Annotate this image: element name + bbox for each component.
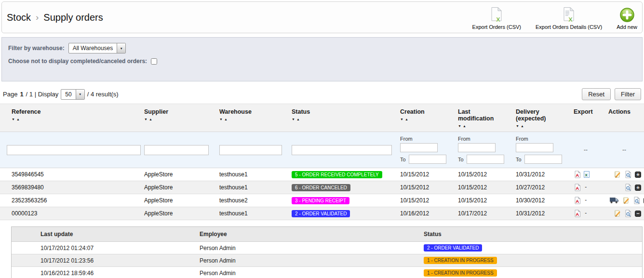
breadcrumb-section[interactable]: Stock bbox=[7, 12, 31, 23]
column-header-employee: Employee bbox=[200, 227, 424, 242]
table-row[interactable]: 3569839480 AppleStore testhouse1 6 - ORD… bbox=[0, 181, 644, 194]
receive-truck-icon[interactable] bbox=[610, 197, 619, 204]
page-total-text: / 1 | Display bbox=[26, 91, 59, 98]
page-size-select[interactable]: 50 ▼ bbox=[61, 89, 84, 100]
creation-to-input[interactable] bbox=[409, 155, 446, 164]
add-new-label: Add new bbox=[617, 24, 637, 30]
employee-cell: Person Admin bbox=[200, 267, 424, 278]
last-modification-to-input[interactable] bbox=[467, 155, 504, 164]
last-modification-date-filter: From To bbox=[458, 136, 505, 164]
column-header-warehouse: Warehouse ▼▲ bbox=[213, 104, 285, 132]
edit-icon[interactable] bbox=[622, 197, 630, 204]
sort-icons[interactable]: ▼▲ bbox=[516, 124, 525, 128]
table-filter-row: From To From To From bbox=[0, 132, 644, 168]
sort-icons[interactable]: ▼▲ bbox=[292, 118, 301, 121]
table-row[interactable]: 23523563256 AppleStore testhouse2 3 - PE… bbox=[0, 194, 644, 207]
no-excel-export-dash: - bbox=[585, 184, 587, 190]
no-excel-export-dash: - bbox=[585, 197, 587, 203]
sort-asc-icon: ▲ bbox=[521, 124, 525, 128]
sort-asc-icon: ▲ bbox=[296, 118, 301, 121]
sort-icons[interactable]: ▼▲ bbox=[144, 118, 154, 121]
column-header-creation: Creation ▼▲ bbox=[393, 104, 451, 132]
breadcrumb: Stock › Supply orders bbox=[7, 12, 103, 23]
sort-desc-icon: ▼ bbox=[144, 118, 149, 121]
reference-filter-input[interactable] bbox=[7, 145, 141, 155]
creation-date-filter: From To bbox=[400, 136, 447, 164]
status-filter-input[interactable] bbox=[292, 145, 392, 155]
delivery-from-input[interactable] bbox=[516, 143, 553, 152]
hide-completed-checkbox[interactable] bbox=[151, 58, 157, 65]
last-update-cell: 10/17/2012 01:23:56 bbox=[12, 254, 200, 267]
column-header-delivery: Delivery (expected) ▼▲ bbox=[509, 104, 567, 132]
warehouse-cell: testhouse1 bbox=[213, 168, 285, 181]
filter-button[interactable]: Filter bbox=[615, 88, 641, 100]
last-modification-from-input[interactable] bbox=[458, 143, 496, 152]
reset-button[interactable]: Reset bbox=[582, 88, 611, 100]
last-modification-cell: 10/17/2012 bbox=[451, 207, 509, 220]
warehouse-filter-input[interactable] bbox=[219, 145, 282, 155]
sort-icons[interactable]: ▼▲ bbox=[12, 118, 21, 121]
to-label: To bbox=[516, 157, 522, 162]
sort-desc-icon: ▼ bbox=[292, 118, 296, 121]
warehouse-cell: testhouse1 bbox=[213, 181, 285, 194]
view-details-icon[interactable] bbox=[624, 171, 632, 178]
creation-from-input[interactable] bbox=[400, 143, 438, 152]
sort-asc-icon: ▲ bbox=[463, 124, 468, 128]
export-orders-csv-label: Export Orders (CSV) bbox=[472, 24, 521, 30]
expand-row-button[interactable]: + bbox=[635, 185, 641, 191]
delivery-to-input[interactable] bbox=[524, 155, 562, 164]
to-label: To bbox=[458, 157, 464, 162]
from-label: From bbox=[516, 136, 563, 142]
table-row[interactable]: 3549846545 AppleStore testhouse1 5 - ORD… bbox=[0, 168, 644, 181]
view-details-icon[interactable] bbox=[624, 210, 632, 217]
creation-date-cell: 10/15/2012 bbox=[393, 168, 451, 181]
status-badge: 6 - ORDER CANCELED bbox=[292, 184, 350, 191]
reference-cell: 3549846545 bbox=[0, 168, 137, 181]
export-orders-csv-button[interactable]: Export Orders (CSV) bbox=[472, 7, 521, 30]
sort-asc-icon: ▲ bbox=[405, 118, 410, 121]
supplier-cell: AppleStore bbox=[137, 194, 213, 207]
status-badge: 1 - CREATION IN PROGRESS bbox=[424, 269, 497, 277]
sort-icons[interactable]: ▼▲ bbox=[219, 118, 229, 121]
status-badge: 5 - ORDER RECEIVED COMPLETELY bbox=[292, 171, 382, 178]
sort-desc-icon: ▼ bbox=[458, 124, 463, 128]
edit-icon[interactable] bbox=[613, 171, 621, 178]
history-row: 10/17/2012 01:24:07 Person Admin 2 - ORD… bbox=[12, 242, 642, 254]
view-details-icon[interactable] bbox=[633, 197, 641, 204]
pdf-export-icon[interactable] bbox=[574, 210, 581, 217]
expand-row-button[interactable]: + bbox=[635, 172, 641, 178]
page-label: Page bbox=[3, 91, 17, 98]
pdf-export-icon[interactable] bbox=[574, 197, 581, 204]
last-update-cell: 10/17/2012 01:24:07 bbox=[12, 242, 200, 254]
collapse-row-button[interactable]: − bbox=[635, 211, 641, 217]
employee-cell: Person Admin bbox=[200, 254, 424, 267]
excel-export-icon[interactable] bbox=[583, 171, 590, 178]
sort-desc-icon: ▼ bbox=[12, 118, 16, 121]
add-new-button[interactable]: Add new bbox=[617, 7, 637, 30]
csv-file-icon bbox=[488, 7, 505, 23]
supplier-filter-input[interactable] bbox=[144, 145, 209, 155]
edit-icon[interactable] bbox=[613, 210, 621, 217]
breadcrumb-page-title: Supply orders bbox=[43, 12, 103, 23]
reference-cell: 00000123 bbox=[0, 207, 137, 220]
warehouse-select[interactable]: All Warehouses ▼ bbox=[68, 43, 126, 53]
reference-cell: 3569839480 bbox=[0, 181, 137, 194]
export-orders-details-csv-button[interactable]: Export Orders Details (CSV) bbox=[536, 7, 602, 30]
page-size-value: 50 bbox=[61, 90, 75, 99]
creation-date-cell: 10/15/2012 bbox=[393, 194, 451, 207]
filter-by-warehouse-label: Filter by warehouse: bbox=[8, 45, 65, 52]
creation-date-cell: 10/16/2012 bbox=[393, 207, 451, 220]
warehouse-cell: testhouse2 bbox=[213, 194, 285, 207]
sort-icons[interactable]: ▼▲ bbox=[400, 118, 410, 121]
warehouse-cell: testhouse1 bbox=[213, 207, 285, 220]
view-details-icon[interactable] bbox=[624, 184, 632, 191]
pdf-export-icon[interactable] bbox=[574, 171, 581, 178]
sort-asc-icon: ▲ bbox=[149, 118, 154, 121]
sort-asc-icon: ▲ bbox=[16, 118, 21, 121]
sort-icons[interactable]: ▼▲ bbox=[458, 124, 468, 128]
status-badge: 3 - PENDING RECEIPT bbox=[292, 197, 349, 204]
pdf-export-icon[interactable] bbox=[574, 184, 581, 191]
table-row[interactable]: 00000123 AppleStore testhouse1 2 - ORDER… bbox=[0, 207, 644, 220]
order-history-panel: Last update Employee Status 10/17/2012 0… bbox=[11, 226, 643, 278]
dropdown-arrow-icon: ▼ bbox=[76, 90, 84, 99]
